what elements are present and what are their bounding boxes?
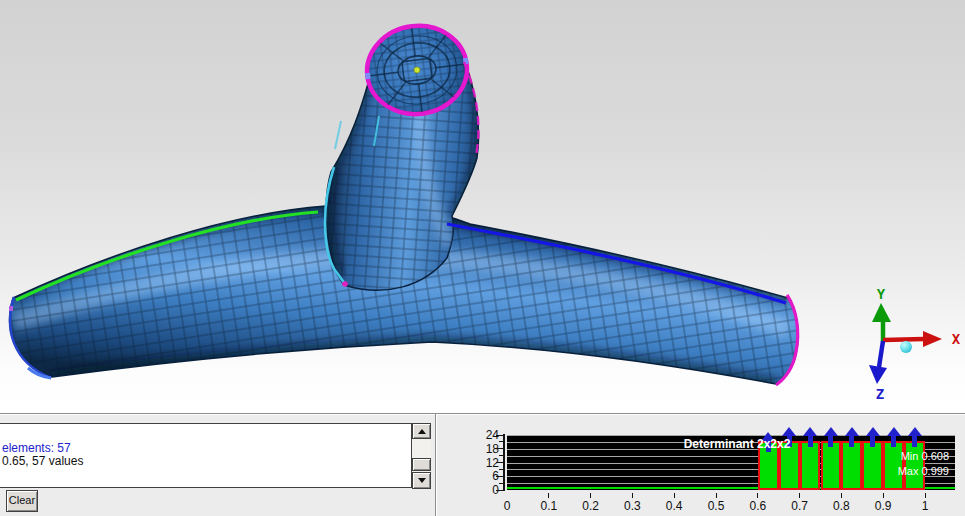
panel-divider xyxy=(435,414,436,516)
x-tick-label: 0.2 xyxy=(574,499,608,513)
scrollbar-thumb[interactable] xyxy=(412,458,431,471)
y-tick-mark xyxy=(496,435,503,436)
junction-magenta-vertex xyxy=(342,281,348,287)
cyan-edge-tick-2 xyxy=(335,121,341,149)
y-tick-label: 18 xyxy=(468,442,499,456)
histogram-title: Determinant 2x2x2 xyxy=(647,437,827,451)
message-log[interactable]: elements: 57 0.65, 57 values xyxy=(0,423,412,488)
y-tick-mark xyxy=(496,490,503,491)
axis-triad: Y X Z xyxy=(869,286,961,402)
y-axis-label: Y xyxy=(877,286,886,302)
z-axis-arrow xyxy=(879,341,883,367)
icem-mesh-window: Y X Z elements: 57 0.65, 57 values Clear… xyxy=(0,0,965,516)
overflow-arrow-shaft xyxy=(891,436,896,447)
message-scrollbar[interactable] xyxy=(412,423,431,489)
x-tick-label: 0 xyxy=(490,499,524,513)
overflow-arrow-shaft xyxy=(912,436,917,447)
overflow-arrow-shaft xyxy=(849,436,854,447)
x-tick-label: 0.9 xyxy=(866,499,900,513)
x-tick-mark xyxy=(757,493,758,498)
x-tick-label: 0.1 xyxy=(532,499,566,513)
y-minor-tick-mark xyxy=(499,469,503,470)
overflow-arrow-head xyxy=(866,427,880,436)
overflow-arrow-head xyxy=(908,427,922,436)
y-tick-label: 6 xyxy=(468,469,499,483)
x-tick-mark xyxy=(716,493,717,498)
x-tick-label: 0.7 xyxy=(783,499,817,513)
x-tick-label: 0.3 xyxy=(615,499,649,513)
histogram-plot[interactable]: Determinant 2x2x2 Min 0.608 Max 0.999 xyxy=(507,435,955,490)
histogram-bar[interactable] xyxy=(841,441,862,490)
x-tick-mark xyxy=(674,493,675,498)
x-tick-mark xyxy=(925,493,926,498)
overflow-arrow-head xyxy=(824,427,838,436)
x-tick-label: 0.6 xyxy=(741,499,775,513)
overflow-arrow-shaft xyxy=(828,436,833,447)
x-tick-mark xyxy=(548,493,549,498)
x-tick-label: 1 xyxy=(908,499,942,513)
histogram-panel: Determinant 2x2x2 Min 0.608 Max 0.999 24… xyxy=(440,414,965,516)
overflow-arrow-head xyxy=(803,427,817,436)
scroll-up-button[interactable] xyxy=(412,423,431,439)
y-tick-mark xyxy=(496,476,503,477)
x-tick-label: 0.8 xyxy=(824,499,858,513)
cap-rim-marker-left xyxy=(365,73,371,80)
arrow-up-icon xyxy=(418,429,426,434)
y-tick-mark xyxy=(496,462,503,463)
x-tick-mark xyxy=(590,493,591,498)
clear-button[interactable]: Clear xyxy=(6,490,38,512)
y-tick-label: 12 xyxy=(468,456,499,470)
x-axis-label: X xyxy=(952,331,961,347)
3d-viewport[interactable]: Y X Z xyxy=(0,0,965,413)
mesh-canvas[interactable]: Y X Z xyxy=(0,0,965,413)
histogram-min-value: Min 0.608 xyxy=(901,450,949,462)
x-tick-mark xyxy=(883,493,884,498)
x-tick-mark xyxy=(799,493,800,498)
left-rim-marker xyxy=(9,306,13,311)
y-tick-label: 0 xyxy=(468,483,499,497)
y-minor-tick-mark xyxy=(499,455,503,456)
x-tick-label: 0.5 xyxy=(699,499,733,513)
y-minor-tick-mark xyxy=(499,483,503,484)
y-minor-tick-mark xyxy=(499,441,503,442)
histogram-bar[interactable] xyxy=(862,441,883,490)
overflow-arrow-icon xyxy=(866,427,880,447)
x-axis-arrow xyxy=(883,339,924,340)
overflow-arrow-head xyxy=(887,427,901,436)
overflow-arrow-shaft xyxy=(870,436,875,447)
overflow-arrow-icon xyxy=(908,427,922,447)
cap-center-vertex xyxy=(414,67,421,74)
overflow-arrow-icon xyxy=(845,427,859,447)
scroll-down-button[interactable] xyxy=(412,472,431,489)
z-axis-label: Z xyxy=(876,386,884,402)
overflow-arrow-icon xyxy=(887,427,901,447)
x-tick-label: 0.4 xyxy=(657,499,691,513)
origin-ball xyxy=(900,341,912,353)
bottom-panel: elements: 57 0.65, 57 values Clear Deter… xyxy=(0,413,965,516)
x-tick-mark xyxy=(632,493,633,498)
histogram-y-axis xyxy=(503,434,505,491)
y-tick-label: 24 xyxy=(468,428,499,442)
overflow-arrow-head xyxy=(782,427,796,436)
arrow-down-icon xyxy=(418,478,426,483)
histogram-max-value: Max 0.999 xyxy=(898,465,949,477)
y-tick-mark xyxy=(496,448,503,449)
x-tick-mark xyxy=(841,493,842,498)
overflow-arrow-head xyxy=(845,427,859,436)
message-line: 0.65, 57 values xyxy=(2,455,409,468)
